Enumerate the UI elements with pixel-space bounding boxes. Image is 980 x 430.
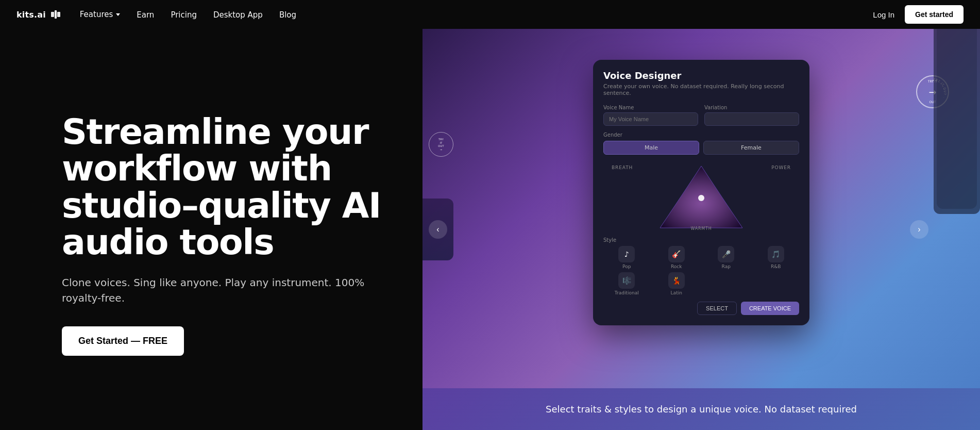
nav-item-blog[interactable]: Blog bbox=[279, 10, 296, 20]
gender-male-btn[interactable]: Male bbox=[603, 141, 699, 155]
login-button[interactable]: Log In bbox=[873, 10, 894, 19]
bottom-caption: Select traits & styles to design a uniqu… bbox=[423, 388, 980, 430]
card-footer: SELECT CREATE VOICE bbox=[603, 302, 799, 315]
gender-section: Gender Male Female bbox=[603, 132, 799, 155]
voice-fields-row: Voice Name Variation bbox=[603, 105, 799, 126]
warmth-label: WARMTH bbox=[690, 226, 712, 231]
power-label: POWER bbox=[771, 165, 791, 170]
nav-item-pricing[interactable]: Pricing bbox=[171, 10, 197, 20]
hero-title: Streamline your workflow with studio–qua… bbox=[62, 113, 381, 261]
get-started-nav-button[interactable]: Get started bbox=[905, 5, 964, 24]
gender-female-btn[interactable]: Female bbox=[703, 141, 799, 155]
left-arrow-icon: ‹ bbox=[436, 225, 439, 234]
svg-rect-0 bbox=[51, 12, 54, 17]
style-grid: ♪ Pop 🎸 Rock 🎤 Rap 🎵 bbox=[603, 246, 799, 295]
nav-right: Log In Get started bbox=[873, 5, 964, 24]
style-rap[interactable]: 🎤 Rap bbox=[703, 246, 750, 269]
logo-icon bbox=[50, 9, 61, 20]
navigation: kits.ai Features Earn Pricing bbox=[0, 0, 980, 29]
style-latin[interactable]: 💃 Latin bbox=[653, 272, 700, 295]
right-preview-card: Share and E OPT Soul Mix Dark Emo bbox=[934, 29, 980, 214]
style-rnb-icon: 🎵 bbox=[768, 246, 784, 262]
carousel-prev-button[interactable]: ‹ bbox=[429, 220, 447, 239]
try-it-out-badge-small[interactable]: TRYITOUT→ bbox=[429, 132, 453, 157]
style-latin-icon: 💃 bbox=[668, 272, 685, 289]
logo[interactable]: kits.ai bbox=[16, 9, 61, 20]
right-arrow-icon: › bbox=[918, 225, 920, 234]
voice-designer-card: Voice Designer Create your own voice. No… bbox=[593, 60, 809, 325]
style-pop-icon: ♪ bbox=[618, 246, 635, 262]
svg-rect-2 bbox=[55, 10, 57, 19]
hero-subtitle: Clone voices. Sing like anyone. Play any… bbox=[62, 275, 381, 306]
style-pop[interactable]: ♪ Pop bbox=[603, 246, 650, 269]
variation-input[interactable] bbox=[704, 112, 799, 126]
chevron-down-icon bbox=[116, 13, 120, 16]
create-voice-button[interactable]: CREATE VOICE bbox=[741, 302, 799, 315]
style-rock-icon: 🎸 bbox=[668, 246, 685, 262]
voice-name-input[interactable] bbox=[603, 112, 698, 126]
voice-triangle-viz: BREATH POWER WARMTH bbox=[603, 161, 799, 233]
nav-item-desktop-app[interactable]: Desktop App bbox=[213, 10, 263, 20]
voice-designer-subtitle: Create your own voice. No dataset requir… bbox=[603, 83, 799, 96]
main-container: Streamline your workflow with studio–qua… bbox=[0, 29, 980, 430]
svg-point-4 bbox=[698, 195, 704, 201]
style-rock[interactable]: 🎸 Rock bbox=[653, 246, 700, 269]
nav-left: kits.ai Features Earn Pricing bbox=[16, 9, 296, 20]
nav-links: Features Earn Pricing Desktop App Blog bbox=[80, 10, 296, 20]
breath-label: BREATH bbox=[612, 165, 633, 170]
cta-button[interactable]: Get Started — FREE bbox=[62, 326, 184, 356]
style-rap-icon: 🎤 bbox=[718, 246, 734, 262]
style-rnb[interactable]: 🎵 R&B bbox=[753, 246, 800, 269]
carousel-container: ‹ TRYITOUT→ Voice Designer Create your o… bbox=[423, 29, 980, 430]
select-button[interactable]: SELECT bbox=[697, 302, 737, 315]
voice-designer-title: Voice Designer bbox=[603, 70, 799, 81]
gender-row: Male Female bbox=[603, 141, 799, 155]
hero-right: ‹ TRYITOUT→ Voice Designer Create your o… bbox=[423, 29, 980, 430]
carousel-next-button[interactable]: › bbox=[910, 220, 928, 239]
nav-item-features[interactable]: Features bbox=[80, 10, 121, 19]
style-traditional-icon: 🎼 bbox=[618, 272, 635, 289]
variation-field: Variation bbox=[704, 105, 799, 126]
style-section: Style ♪ Pop 🎸 Rock 🎤 Rap bbox=[603, 237, 799, 295]
triangle-svg bbox=[650, 161, 753, 233]
svg-rect-1 bbox=[57, 12, 60, 17]
voice-name-field: Voice Name bbox=[603, 105, 698, 126]
nav-item-earn[interactable]: Earn bbox=[137, 10, 154, 20]
caption-text: Select traits & styles to design a uniqu… bbox=[437, 403, 966, 416]
style-traditional[interactable]: 🎼 Traditional bbox=[603, 272, 650, 295]
brand-name: kits.ai bbox=[16, 10, 46, 20]
hero-left: Streamline your workflow with studio–qua… bbox=[0, 29, 423, 430]
viz-labels: BREATH POWER bbox=[603, 165, 799, 170]
